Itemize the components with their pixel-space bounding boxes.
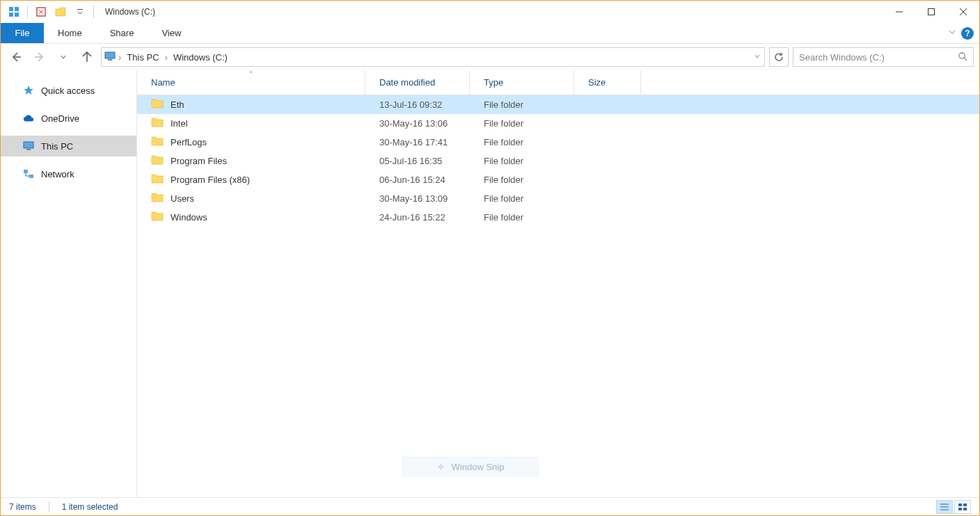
sidebar-item-network[interactable]: Network [1,163,136,184]
file-type: File folder [470,137,574,147]
pc-icon [104,51,116,64]
nav-back-button[interactable] [6,47,26,67]
nav-recent-dropdown[interactable] [54,47,73,67]
sidebar-item-label: OneDrive [41,113,79,124]
table-row[interactable]: PerfLogs30-May-16 17:41File folder [137,133,979,152]
svg-rect-19 [24,170,28,173]
ribbon-expand-icon[interactable] [947,27,957,40]
view-thumbnails-button[interactable] [954,500,971,514]
qat-separator [27,6,28,18]
table-row[interactable]: Intel30-May-16 13:06File folder [137,114,979,133]
file-type: File folder [470,156,574,166]
sidebar-item-onedrive[interactable]: OneDrive [1,108,136,129]
column-header-size[interactable]: Size [574,70,641,95]
breadcrumb-drive[interactable]: Windows (C:) [171,52,230,63]
file-date: 06-Jun-16 15:24 [365,175,470,185]
svg-rect-14 [108,59,112,61]
search-input[interactable]: Search Windows (C:) [793,47,974,67]
sidebar-item-this-pc[interactable]: This PC [1,136,136,156]
table-row[interactable]: Program Files05-Jul-16 16:35File folder [137,152,979,170]
table-row[interactable]: Users30-May-16 13:09File folder [137,189,979,208]
window-title: Windows (C:) [100,7,155,17]
ribbon-file-tab[interactable]: File [1,23,44,43]
qat-properties-icon[interactable] [33,4,49,19]
file-name: PerfLogs [171,137,207,147]
sidebar-item-label: This PC [41,141,73,152]
nav-forward-button[interactable] [30,47,49,67]
sidebar: Quick access OneDrive This PC Network [1,70,137,497]
close-button[interactable] [947,1,979,22]
chevron-right-icon[interactable]: › [118,52,121,63]
maximize-button[interactable] [915,1,947,22]
folder-icon [151,118,164,129]
file-name: Program Files (x86) [171,175,250,185]
folder-icon [151,193,164,204]
minimize-button[interactable] [883,1,915,22]
file-name: Eth [171,99,184,110]
svg-point-15 [959,53,965,58]
qat-folder-icon[interactable] [53,4,68,19]
breadcrumb-this-pc[interactable]: This PC [124,52,161,63]
nav-up-button[interactable] [77,47,97,67]
file-type: File folder [470,212,574,223]
svg-rect-2 [9,13,13,17]
qat-dropdown-icon[interactable] [72,4,88,19]
content-pane: Name ˄ Date modified Type Size Eth13-Jul… [137,70,979,497]
folder-icon [151,211,164,223]
ribbon-tab-home[interactable]: Home [44,23,96,43]
svg-rect-13 [105,52,115,58]
sort-ascending-icon: ˄ [249,70,253,78]
sidebar-item-quick-access[interactable]: Quick access [1,80,136,101]
file-type: File folder [470,193,574,204]
app-icon[interactable] [6,4,22,19]
file-list: Eth13-Jul-16 09:32File folderIntel30-May… [137,95,979,227]
ribbon-tab-view[interactable]: View [148,23,195,43]
svg-rect-7 [928,9,935,15]
file-name: Users [171,193,194,204]
folder-icon [151,155,164,167]
file-date: 30-May-16 13:09 [365,193,470,204]
file-date: 30-May-16 17:41 [365,137,470,147]
titlebar: Windows (C:) [1,1,979,23]
ribbon-tab-share[interactable]: Share [96,23,148,43]
svg-rect-5 [77,9,83,10]
status-selection: 1 item selected [62,502,118,512]
snip-tooltip: ✧ Window Snip [402,457,539,476]
help-icon[interactable]: ? [961,27,974,40]
svg-rect-1 [15,7,19,11]
address-bar[interactable]: › This PC › Windows (C:) [101,47,765,67]
folder-icon [151,136,164,148]
column-header-type[interactable]: Type [470,70,574,95]
monitor-icon [23,140,34,152]
status-bar: 7 items 1 item selected [1,497,979,515]
column-header-name[interactable]: Name ˄ [137,70,365,95]
file-date: 24-Jun-16 15:22 [365,212,470,223]
svg-rect-27 [963,508,967,510]
column-header-date[interactable]: Date modified [365,70,470,95]
table-row[interactable]: Windows24-Jun-16 15:22File folder [137,208,979,227]
star-icon [23,85,34,96]
file-type: File folder [470,175,574,185]
svg-rect-24 [958,503,962,506]
file-date: 13-Jul-16 09:32 [365,99,470,110]
title-separator [93,6,94,18]
search-placeholder: Search Windows (C:) [799,52,885,63]
folder-icon [151,99,164,111]
file-type: File folder [470,99,574,110]
chevron-right-icon[interactable]: › [165,52,168,63]
address-dropdown-icon[interactable] [753,52,761,63]
table-row[interactable]: Program Files (x86)06-Jun-16 15:24File f… [137,170,979,189]
sidebar-item-label: Quick access [41,86,95,96]
address-row: › This PC › Windows (C:) Search Windows … [1,44,979,70]
file-date: 05-Jul-16 16:35 [365,156,470,166]
table-row[interactable]: Eth13-Jul-16 09:32File folder [137,95,979,114]
refresh-button[interactable] [769,47,789,67]
svg-rect-20 [29,175,33,178]
view-details-button[interactable] [936,500,953,514]
file-name: Windows [171,212,207,223]
status-separator [49,501,49,513]
network-icon [23,168,34,179]
svg-rect-25 [963,503,967,506]
file-name: Intel [171,118,188,129]
svg-rect-17 [24,142,33,148]
